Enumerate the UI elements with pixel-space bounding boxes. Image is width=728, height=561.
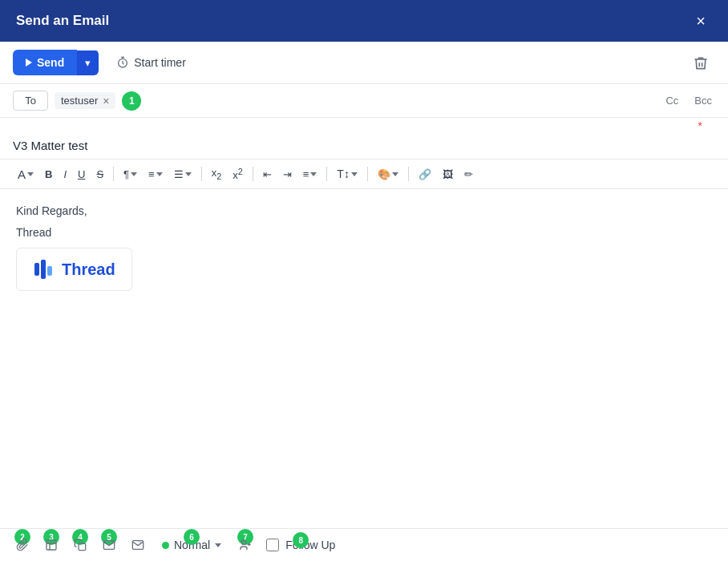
unordered-chevron-icon xyxy=(185,172,192,176)
format-toolbar: A B I U S ¶ ≡ ☰ xyxy=(0,159,728,189)
send-label: Send xyxy=(37,56,64,69)
bottom-icon-wrap-8: 8 Follow Up xyxy=(266,539,335,551)
subject-input[interactable] xyxy=(13,139,715,152)
ordered-list-button[interactable]: ≡ xyxy=(144,166,168,183)
svg-rect-3 xyxy=(47,266,52,276)
email-modal: Send an Email × Send ▾ Start timer To xyxy=(0,0,728,561)
start-timer-label: Start timer xyxy=(134,56,186,69)
toolbar-divider-2 xyxy=(201,167,202,181)
text-size-button[interactable]: T↕ xyxy=(332,165,362,183)
indent-increase-icon: ⇥ xyxy=(283,169,292,180)
cc-button[interactable]: Cc xyxy=(662,93,681,108)
unordered-list-button[interactable]: ☰ xyxy=(169,166,196,183)
thread-logo-text: Thread xyxy=(62,256,115,282)
underline-button[interactable]: U xyxy=(73,166,90,183)
subscript-label: x2 xyxy=(212,167,222,180)
to-label: To xyxy=(13,91,48,111)
text-size-chevron-icon xyxy=(351,172,358,176)
cc-bcc-group: Cc Bcc xyxy=(662,93,715,108)
link-icon: 🔗 xyxy=(419,169,431,180)
email-body[interactable]: Kind Regards, Thread Thread xyxy=(0,189,728,528)
bottom-bar: 2 3 4 xyxy=(0,528,728,561)
status-dot xyxy=(162,542,169,549)
toolbar-divider-3 xyxy=(253,167,253,181)
mail-icon xyxy=(103,539,115,551)
color-button[interactable]: 🎨 xyxy=(373,166,403,183)
toolbar-divider-6 xyxy=(408,167,409,181)
send-dropdown-button[interactable]: ▾ xyxy=(77,50,99,75)
required-indicator-row: * xyxy=(0,118,728,132)
link-button[interactable]: 🔗 xyxy=(414,166,436,183)
document-icon xyxy=(45,539,58,551)
font-label: A xyxy=(18,168,26,180)
bottom-icon-wrap-3: 3 xyxy=(40,535,63,555)
paragraph-button[interactable]: ¶ xyxy=(119,166,142,183)
bottom-icon-wrap-6: 6 Normal xyxy=(156,535,228,555)
template-button[interactable] xyxy=(40,535,63,555)
forward-button[interactable] xyxy=(127,535,149,555)
underline-label: U xyxy=(78,169,85,180)
send-button[interactable]: Send xyxy=(13,50,77,75)
image-button[interactable]: 🖼 xyxy=(438,166,458,183)
ordered-chevron-icon xyxy=(156,172,163,176)
action-toolbar: Send ▾ Start timer xyxy=(0,42,728,84)
font-chevron-icon xyxy=(27,172,34,176)
follow-up-checkbox[interactable] xyxy=(266,539,279,551)
toolbar-divider-4 xyxy=(326,167,327,181)
indent-decrease-button[interactable]: ⇤ xyxy=(258,166,277,183)
assign-button[interactable] xyxy=(234,535,257,555)
image-icon: 🖼 xyxy=(443,169,453,180)
paragraph-icon: ¶ xyxy=(123,169,129,180)
recipient-chip: testuser × xyxy=(55,92,115,109)
close-button[interactable]: × xyxy=(690,10,712,32)
send-button-group: Send ▾ xyxy=(13,50,99,75)
svg-rect-7 xyxy=(79,543,86,551)
indent-decrease-icon: ⇤ xyxy=(263,169,272,180)
email-action-button[interactable] xyxy=(98,535,120,555)
bottom-icon-wrap-2: 2 xyxy=(11,535,34,555)
paperclip-icon xyxy=(16,539,29,551)
badge-6: 6 xyxy=(184,529,200,545)
bottom-icon-wrap-4: 4 xyxy=(69,535,91,555)
text-size-icon: T↕ xyxy=(337,168,350,180)
badge-8: 8 xyxy=(293,532,309,548)
send-icon xyxy=(26,59,32,67)
eraser-button[interactable]: ✏ xyxy=(459,166,478,183)
start-timer-button[interactable]: Start timer xyxy=(108,51,194,74)
recipient-count-badge: 1 xyxy=(122,91,141,111)
copy-button[interactable] xyxy=(69,535,91,555)
required-star: * xyxy=(698,119,715,132)
align-icon: ≡ xyxy=(303,169,309,180)
forward-icon xyxy=(131,539,144,551)
copy-icon xyxy=(74,539,87,551)
subscript-button[interactable]: x2 xyxy=(207,164,227,184)
align-button[interactable]: ≡ xyxy=(298,166,322,183)
paragraph-chevron-icon xyxy=(131,172,137,176)
indent-increase-button[interactable]: ⇥ xyxy=(278,166,297,183)
subject-row xyxy=(0,132,728,159)
thread-text: Thread xyxy=(16,224,712,241)
bold-button[interactable]: B xyxy=(40,166,57,183)
attach-button[interactable] xyxy=(11,535,34,555)
bottom-icon-wrap-5b xyxy=(127,535,149,555)
color-icon: 🎨 xyxy=(378,169,390,180)
strikethrough-button[interactable]: S xyxy=(91,166,108,183)
align-chevron-icon xyxy=(310,172,317,176)
svg-point-8 xyxy=(241,540,245,544)
bottom-icon-wrap-5: 5 xyxy=(98,535,120,555)
superscript-button[interactable]: x2 xyxy=(228,164,248,184)
modal-header: Send an Email × xyxy=(0,0,728,42)
italic-button[interactable]: I xyxy=(59,166,71,183)
assign-icon xyxy=(239,539,252,551)
delete-button[interactable] xyxy=(686,50,715,74)
svg-rect-2 xyxy=(41,260,46,279)
bcc-button[interactable]: Bcc xyxy=(691,93,715,108)
remove-recipient-button[interactable]: × xyxy=(103,95,109,107)
font-selector[interactable]: A xyxy=(13,165,38,184)
ordered-list-icon: ≡ xyxy=(148,169,155,180)
unordered-list-icon: ☰ xyxy=(174,169,184,180)
chevron-down-icon: ▾ xyxy=(85,57,91,69)
to-row: To testuser × 1 Cc Bcc xyxy=(0,84,728,118)
svg-rect-1 xyxy=(34,263,39,276)
modal-title: Send an Email xyxy=(16,13,109,29)
